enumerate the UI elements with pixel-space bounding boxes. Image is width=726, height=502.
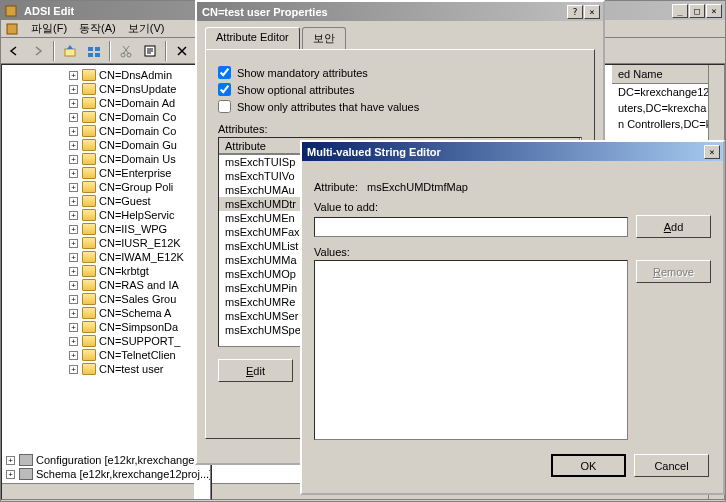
tree-item-label[interactable]: CN=IUSR_E12K bbox=[99, 237, 181, 249]
svg-rect-3 bbox=[88, 47, 93, 51]
folder-icon bbox=[82, 237, 96, 249]
tree-toggle[interactable]: + bbox=[69, 225, 78, 234]
cut-button[interactable] bbox=[115, 40, 137, 62]
close-button[interactable]: × bbox=[706, 4, 722, 18]
tree-item-label[interactable]: CN=HelpServic bbox=[99, 209, 175, 221]
props-title: CN=test user Properties bbox=[200, 6, 567, 18]
close-button[interactable]: × bbox=[584, 5, 600, 19]
tree-item-label[interactable]: CN=IWAM_E12K bbox=[99, 251, 184, 263]
tree-item-label[interactable]: CN=Group Poli bbox=[99, 181, 173, 193]
close-button[interactable]: × bbox=[704, 145, 720, 159]
tab-security[interactable]: 보안 bbox=[302, 27, 346, 49]
tree-item-label[interactable]: CN=krbtgt bbox=[99, 265, 149, 277]
tree-toggle[interactable]: + bbox=[69, 183, 78, 192]
svg-rect-6 bbox=[95, 53, 100, 57]
folder-icon bbox=[82, 293, 96, 305]
check-mandatory[interactable] bbox=[218, 66, 231, 79]
editor-title: Multi-valued String Editor bbox=[305, 146, 704, 158]
folder-icon bbox=[82, 363, 96, 375]
tree-toggle[interactable]: + bbox=[69, 281, 78, 290]
folder-icon bbox=[82, 167, 96, 179]
tree-item-label[interactable]: CN=IIS_WPG bbox=[99, 223, 167, 235]
folder-icon bbox=[82, 83, 96, 95]
tree-item-label[interactable]: CN=DnsUpdate bbox=[99, 83, 176, 95]
tree-toggle[interactable]: + bbox=[69, 351, 78, 360]
menu-file[interactable]: 파일(F) bbox=[25, 19, 73, 38]
tree-toggle[interactable]: + bbox=[69, 113, 78, 122]
menu-view[interactable]: 보기(V) bbox=[122, 19, 171, 38]
cancel-button[interactable]: Cancel bbox=[634, 454, 709, 477]
tree-item-label[interactable]: CN=test user bbox=[99, 363, 164, 375]
tree-toggle[interactable]: + bbox=[69, 141, 78, 150]
tree-item-label[interactable]: CN=RAS and IA bbox=[99, 279, 179, 291]
folder-icon bbox=[82, 195, 96, 207]
tree-toggle[interactable]: + bbox=[69, 337, 78, 346]
tree-item-label[interactable]: CN=Domain Gu bbox=[99, 139, 177, 151]
folder-icon bbox=[82, 69, 96, 81]
values-label: Values: bbox=[314, 246, 711, 258]
tree-item-label[interactable]: CN=Guest bbox=[99, 195, 151, 207]
tree-item-label[interactable]: CN=Domain Us bbox=[99, 153, 176, 165]
ok-button[interactable]: OK bbox=[551, 454, 626, 477]
forward-button[interactable] bbox=[27, 40, 49, 62]
check-values-only[interactable] bbox=[218, 100, 231, 113]
edit-button[interactable]: Edit bbox=[218, 359, 293, 382]
svg-rect-5 bbox=[88, 53, 93, 57]
folder-icon bbox=[82, 125, 96, 137]
tree-toggle[interactable]: + bbox=[69, 295, 78, 304]
tree-item-label[interactable]: CN=Domain Co bbox=[99, 125, 176, 137]
tree-toggle[interactable]: + bbox=[6, 456, 15, 465]
folder-icon bbox=[82, 181, 96, 193]
delete-button[interactable] bbox=[171, 40, 193, 62]
value-to-add-input[interactable] bbox=[314, 217, 628, 237]
tree-item-label[interactable]: CN=Domain Co bbox=[99, 111, 176, 123]
view-button[interactable] bbox=[83, 40, 105, 62]
properties-button[interactable] bbox=[139, 40, 161, 62]
folder-icon bbox=[82, 153, 96, 165]
check-optional[interactable] bbox=[218, 83, 231, 96]
help-button[interactable]: ? bbox=[567, 5, 583, 19]
tree-item-label[interactable]: CN=TelnetClien bbox=[99, 349, 176, 361]
tree-toggle[interactable]: + bbox=[69, 99, 78, 108]
up-button[interactable] bbox=[59, 40, 81, 62]
menu-action[interactable]: 동작(A) bbox=[73, 19, 122, 38]
back-button[interactable] bbox=[3, 40, 25, 62]
add-button[interactable]: Add bbox=[636, 215, 711, 238]
string-editor-dialog: Multi-valued String Editor × Attribute: … bbox=[300, 140, 725, 495]
tree-toggle[interactable]: + bbox=[69, 309, 78, 318]
tree-toggle[interactable]: + bbox=[69, 365, 78, 374]
tab-attribute-editor[interactable]: Attribute Editor bbox=[205, 27, 300, 49]
tree-toggle[interactable]: + bbox=[6, 470, 15, 479]
maximize-button[interactable]: □ bbox=[689, 4, 705, 18]
folder-icon bbox=[82, 349, 96, 361]
folder-icon bbox=[82, 139, 96, 151]
tree-item-label[interactable]: CN=SUPPORT_ bbox=[99, 335, 180, 347]
tree-panel[interactable]: +CN=DnsAdmin+CN=DnsUpdate+CN=Domain Ad+C… bbox=[1, 64, 211, 500]
tree-item-label[interactable]: CN=Sales Grou bbox=[99, 293, 176, 305]
values-listbox[interactable] bbox=[314, 260, 628, 440]
tree-toggle[interactable]: + bbox=[69, 323, 78, 332]
tree-toggle[interactable]: + bbox=[69, 155, 78, 164]
tree-toggle[interactable]: + bbox=[69, 127, 78, 136]
tree-item-label[interactable]: CN=SimpsonDa bbox=[99, 321, 178, 333]
tree-item-label[interactable]: CN=Domain Ad bbox=[99, 97, 175, 109]
tree-item-label[interactable]: CN=DnsAdmin bbox=[99, 69, 172, 81]
tree-item-schema[interactable]: Schema [e12kr,krexchange12proj...] bbox=[36, 468, 211, 480]
tree-item-label[interactable]: CN=Schema A bbox=[99, 307, 171, 319]
tree-item-config[interactable]: Configuration [e12kr,krexchange... bbox=[36, 454, 204, 466]
tree-toggle[interactable]: + bbox=[69, 197, 78, 206]
minimize-button[interactable]: _ bbox=[672, 4, 688, 18]
tree-toggle[interactable]: + bbox=[69, 169, 78, 178]
tree-scrollbar-h[interactable] bbox=[2, 483, 194, 499]
folder-icon bbox=[82, 307, 96, 319]
tree-toggle[interactable]: + bbox=[69, 71, 78, 80]
attributes-label: Attributes: bbox=[218, 123, 582, 135]
folder-icon bbox=[82, 209, 96, 221]
tree-toggle[interactable]: + bbox=[69, 239, 78, 248]
tree-item-label[interactable]: CN=Enterprise bbox=[99, 167, 171, 179]
tree-toggle[interactable]: + bbox=[69, 253, 78, 262]
tree-toggle[interactable]: + bbox=[69, 211, 78, 220]
tree-toggle[interactable]: + bbox=[69, 267, 78, 276]
tree-toggle[interactable]: + bbox=[69, 85, 78, 94]
remove-button[interactable]: Remove bbox=[636, 260, 711, 283]
